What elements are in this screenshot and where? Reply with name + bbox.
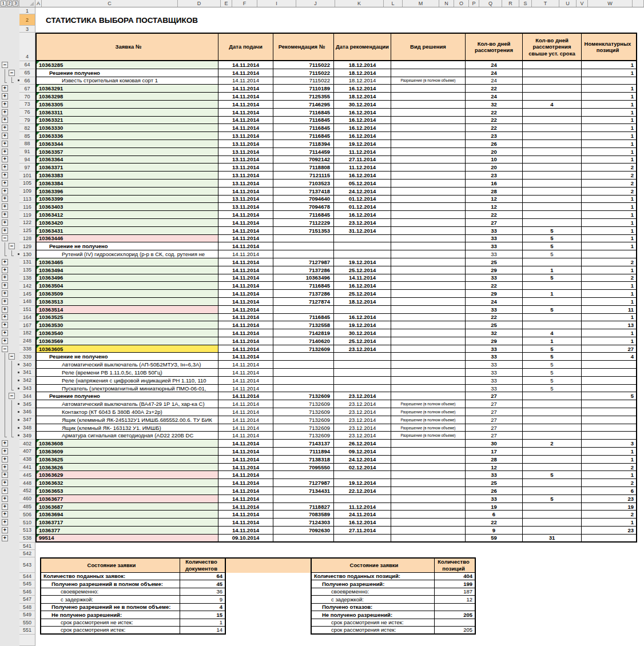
cell-submit-date[interactable]: 14.11.2014 xyxy=(218,432,273,440)
cell-positions-count[interactable] xyxy=(582,77,637,85)
cell-submit-date[interactable]: 14.11.2014 xyxy=(218,188,273,196)
row-header[interactable]: 506 xyxy=(19,511,35,519)
cell-positions-count[interactable]: 1 xyxy=(582,329,637,337)
cell-recommendation-date[interactable] xyxy=(334,353,391,361)
cell-positions-count[interactable]: 1 xyxy=(582,242,637,250)
outline-expand-button[interactable]: + xyxy=(2,204,8,210)
cell-positions-count[interactable]: 3 xyxy=(582,440,637,448)
cell-days-considered[interactable]: 28 xyxy=(466,456,523,464)
cell-decision-type[interactable] xyxy=(391,487,466,495)
cell-submit-date[interactable]: 14.11.2014 xyxy=(218,361,273,369)
cell-recommendation-number[interactable]: 7115022 xyxy=(273,69,334,77)
row-header[interactable]: 3 xyxy=(19,26,35,33)
cell-decision-type[interactable] xyxy=(391,479,466,487)
summary-left-value[interactable]: 45 xyxy=(180,580,226,588)
outline-expand-button[interactable]: + xyxy=(2,480,8,486)
cell-days-considered[interactable]: 17 xyxy=(466,448,523,456)
cell-recommendation-number[interactable]: 7094678 xyxy=(273,203,334,211)
cell-submit-date[interactable]: 14.11.2014 xyxy=(218,385,273,393)
cell-recommendation-number[interactable]: 7116845 xyxy=(273,117,334,125)
cell-submit-date[interactable]: 14.11.2014 xyxy=(218,511,273,519)
summary-left-label[interactable]: Не получено разрешений: xyxy=(40,611,180,619)
cell-positions-count[interactable]: 11 xyxy=(582,306,637,314)
cell-recommendation-number[interactable]: 7121115 xyxy=(273,172,334,180)
cell-submit-date[interactable]: 14.11.2014 xyxy=(218,85,273,93)
outline-collapse-button[interactable]: − xyxy=(2,346,8,352)
cell-days-considered[interactable]: 33 xyxy=(466,274,523,282)
cell-days-considered[interactable]: 26 xyxy=(466,140,523,148)
cell-submit-date[interactable]: 14.11.2014 xyxy=(218,353,273,361)
row-header[interactable]: 94 xyxy=(19,156,35,164)
cell-recommendation-number[interactable]: 7132609 xyxy=(273,408,334,416)
cell-days-considered[interactable]: 22 xyxy=(466,314,523,322)
cell-submit-date[interactable]: 14.11.2014 xyxy=(218,471,273,479)
outline-expand-button[interactable]: + xyxy=(2,196,8,202)
cell-positions-count[interactable]: 2 xyxy=(582,188,637,196)
cell-decision-type[interactable] xyxy=(391,369,466,377)
cell-positions-count[interactable]: 1 xyxy=(582,101,637,109)
cell-positions-count[interactable] xyxy=(582,361,637,369)
column-header-I[interactable]: I xyxy=(257,0,296,7)
cell-recommendation-number[interactable]: 7132609 xyxy=(273,424,334,432)
cell-recommendation-date[interactable]: 27.11.2014 xyxy=(334,527,391,535)
cell-recommendation-date[interactable]: 23.12.2014 xyxy=(334,392,391,400)
cell-submit-date[interactable]: 14.11.2014 xyxy=(218,266,273,274)
row-header[interactable]: 182 xyxy=(19,329,35,337)
cell-submit-date[interactable]: 14.11.2014 xyxy=(218,274,273,282)
cell-days-considered[interactable]: 33 xyxy=(466,235,523,243)
cell-positions-count[interactable]: 4 xyxy=(582,353,637,361)
cell-recommendation-date[interactable]: 24.12.2014 xyxy=(334,188,391,196)
cell-request-number[interactable]: 10363305 xyxy=(37,101,218,109)
cell-request-number[interactable]: 10363431 xyxy=(37,227,218,235)
cell-submit-date[interactable]: 14.11.2014 xyxy=(218,117,273,125)
cell-days-considered[interactable]: 32 xyxy=(466,329,523,337)
cell-recommendation-date[interactable]: 11.12.2014 xyxy=(334,148,391,156)
cell-decision-type[interactable] xyxy=(391,448,466,456)
cell-request-number[interactable]: Пускатель (электромагнитный миниатюрный … xyxy=(37,385,218,393)
cell-positions-count[interactable]: 23 xyxy=(582,495,637,503)
cell-submit-date[interactable]: 13.11.2014 xyxy=(218,132,273,140)
outline-expand-button[interactable]: + xyxy=(2,488,8,494)
cell-recommendation-number[interactable]: 7137418 xyxy=(273,188,334,196)
cell-days-considered[interactable]: 22 xyxy=(466,85,523,93)
cell-days-considered[interactable]: 33 xyxy=(466,385,523,393)
outline-expand-button[interactable]: + xyxy=(2,535,8,541)
cell-days-considered[interactable]: 33 xyxy=(466,353,523,361)
cell-request-number[interactable]: 10363371 xyxy=(37,164,218,172)
cell-days-considered[interactable]: 22 xyxy=(466,211,523,219)
cell-recommendation-number[interactable]: 7137286 xyxy=(273,290,334,298)
cell-recommendation-date[interactable]: 16.12.2014 xyxy=(334,124,391,132)
cell-days-considered[interactable]: 24 xyxy=(466,93,523,101)
cell-positions-count[interactable]: 1 xyxy=(582,235,637,243)
cell-days-overdue[interactable] xyxy=(523,258,582,266)
row-header[interactable]: 342 xyxy=(19,377,35,385)
cell-positions-count[interactable]: 1 xyxy=(582,61,637,69)
row-header[interactable]: 138 xyxy=(19,274,35,282)
cell-days-overdue[interactable] xyxy=(523,188,582,196)
cell-request-number[interactable]: 1036377 xyxy=(37,527,218,535)
row-header[interactable]: 546 xyxy=(19,588,35,596)
cell-positions-count[interactable]: 1 xyxy=(582,456,637,464)
cell-positions-count[interactable]: 1 xyxy=(582,298,637,306)
cell-recommendation-number[interactable]: 7146295 xyxy=(273,101,334,109)
column-header-F[interactable]: F xyxy=(232,0,257,7)
cell-positions-count[interactable]: 2 xyxy=(582,164,637,172)
cell-decision-type[interactable] xyxy=(391,117,466,125)
cell-submit-date[interactable]: 14.11.2014 xyxy=(218,290,273,298)
cell-positions-count[interactable]: 1 xyxy=(582,471,637,479)
row-header[interactable]: 1 xyxy=(19,7,35,14)
cell-days-overdue[interactable]: 31 xyxy=(523,535,582,543)
cell-decision-type[interactable] xyxy=(391,464,466,472)
cell-decision-type[interactable] xyxy=(391,258,466,266)
summary-right-label[interactable]: своевременно: xyxy=(311,588,435,596)
cell-decision-type[interactable] xyxy=(391,203,466,211)
summary-right-label[interactable]: срок рассмотрения истек: xyxy=(311,627,435,635)
cell-positions-count[interactable]: 1 xyxy=(582,211,637,219)
cell-decision-type[interactable] xyxy=(391,101,466,109)
row-header[interactable]: 2 xyxy=(19,14,35,26)
cell-days-overdue[interactable] xyxy=(523,392,582,400)
row-header[interactable]: 549 xyxy=(19,611,35,619)
row-header[interactable]: 348 xyxy=(19,424,35,432)
cell-submit-date[interactable]: 14.11.2014 xyxy=(218,377,273,385)
outline-collapse-button[interactable]: − xyxy=(9,353,15,360)
